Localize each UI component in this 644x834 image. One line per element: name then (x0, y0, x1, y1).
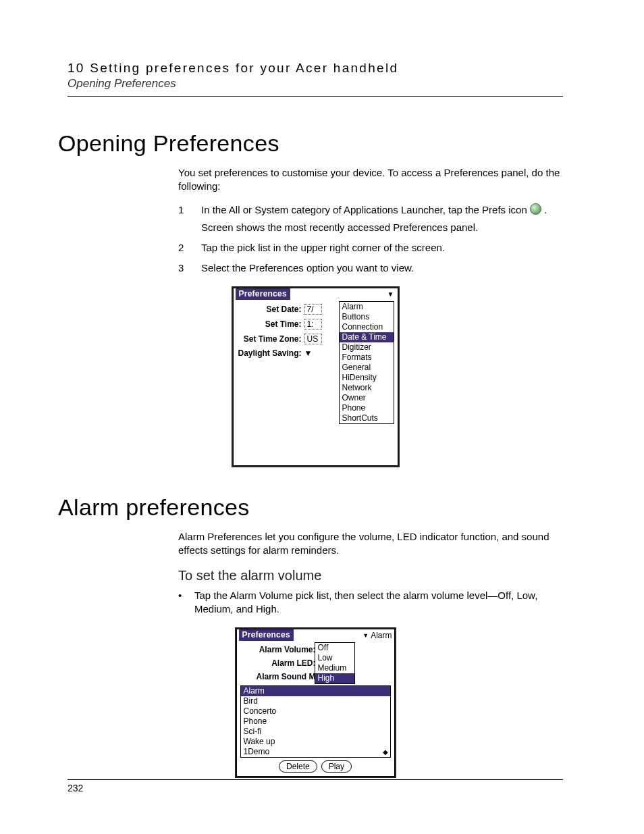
alarm-intro: Alarm Preferences let you configure the … (178, 530, 563, 558)
body-content: You set preferences to customise your de… (178, 166, 563, 276)
step-2-text: Tap the pick list in the upper right cor… (201, 241, 563, 255)
palm2-title: Preferences (239, 629, 294, 641)
step-1-sub: Screen shows the most recently accessed … (201, 221, 563, 234)
value-set-date[interactable]: 7/ (304, 304, 322, 315)
palm-screenshot-2: Preferences ▼ Alarm Alarm Volume: Alarm … (235, 627, 396, 778)
page-number: 232 (68, 783, 563, 793)
bullet-alarm-volume: • Tap the Alarm Volume pick list, then s… (178, 589, 563, 617)
prefs-icon (530, 203, 541, 215)
volume-option-selected[interactable]: High (315, 673, 354, 683)
picklist-item[interactable]: Buttons (340, 312, 394, 322)
palm-screenshot-1: Preferences ▼ Set Date: 7/ Set Time: 1: … (232, 286, 400, 467)
step-3-text: Select the Preferences option you want t… (201, 261, 563, 275)
bullet-icon: • (178, 589, 194, 617)
step-1: 1 In the All or System category of Appli… (178, 203, 563, 235)
sub-heading-alarm-volume: To set the alarm volume (178, 567, 563, 585)
sound-item[interactable]: Sci-fi (241, 727, 390, 737)
label-alarm-volume: Alarm Volume: (240, 645, 319, 654)
section-title: Opening Preferences (68, 77, 563, 90)
label-alarm-sound: Alarm Sound M (240, 672, 319, 681)
palm2-category-label: Alarm (371, 631, 392, 640)
label-set-date: Set Date: (237, 305, 304, 314)
header-rule (68, 96, 563, 97)
picklist-item[interactable]: Connection (340, 322, 394, 332)
label-alarm-led: Alarm LED: (240, 658, 319, 668)
chapter-title: 10 Setting preferences for your Acer han… (68, 61, 563, 76)
sound-item[interactable]: Bird (241, 696, 390, 706)
picklist-item[interactable]: Owner (340, 393, 394, 403)
volume-option[interactable]: Low (315, 653, 354, 663)
palm1-title: Preferences (236, 288, 290, 300)
alarm-heading: Alarm preferences (58, 494, 563, 521)
picklist-item[interactable]: Digitizer (340, 342, 394, 353)
step-1-text-a: In the All or System category of Applica… (201, 204, 530, 215)
alarm-volume-picklist[interactable]: Off Low Medium High (315, 642, 355, 684)
label-daylight-saving: Daylight Saving: (237, 348, 304, 358)
bullet-text: Tap the Alarm Volume pick list, then sel… (194, 589, 563, 617)
step-number: 1 (178, 203, 201, 217)
volume-option[interactable]: Off (315, 643, 354, 653)
page-footer: 232 (68, 779, 563, 793)
picklist-item[interactable]: General (340, 363, 394, 373)
picklist-item[interactable]: Network (340, 383, 394, 393)
intro-paragraph: You set preferences to customise your de… (178, 166, 563, 194)
picklist-item[interactable]: Phone (340, 403, 394, 413)
value-daylight-saving[interactable]: ▼ (304, 348, 313, 358)
scroll-down-icon[interactable]: ◆ (383, 749, 388, 756)
picklist-item[interactable]: Alarm (340, 302, 394, 312)
label-set-timezone: Set Time Zone: (237, 334, 304, 344)
running-header: 10 Setting preferences for your Acer han… (68, 61, 563, 90)
picklist-item[interactable]: HiDensity (340, 373, 394, 383)
dropdown-arrow-icon[interactable]: ▼ (387, 290, 396, 298)
value-set-time[interactable]: 1: (304, 319, 322, 330)
sound-item[interactable]: Phone (241, 716, 390, 727)
dropdown-arrow-icon: ▼ (363, 632, 369, 639)
page-heading: Opening Preferences (58, 130, 563, 157)
preferences-picklist[interactable]: Alarm Buttons Connection Date & Time Dig… (339, 301, 394, 424)
volume-option[interactable]: Medium (315, 663, 354, 673)
step-number: 3 (178, 261, 201, 275)
sound-item[interactable]: Wake up (241, 737, 390, 747)
picklist-item-selected[interactable]: Date & Time (340, 332, 394, 342)
step-number: 2 (178, 241, 201, 255)
sound-item[interactable]: 1Demo (241, 747, 390, 757)
sound-item[interactable]: Concerto (241, 706, 390, 716)
label-set-time: Set Time: (237, 319, 304, 329)
figure-alarm-preferences: Preferences ▼ Alarm Alarm Volume: Alarm … (68, 627, 563, 778)
steps-list: 1 In the All or System category of Appli… (178, 203, 563, 276)
sound-item-selected[interactable]: Alarm (241, 686, 390, 696)
delete-button[interactable]: Delete (279, 760, 317, 773)
figure-preferences-picklist: Preferences ▼ Set Date: 7/ Set Time: 1: … (68, 286, 563, 467)
step-3: 3 Select the Preferences option you want… (178, 261, 563, 275)
picklist-item[interactable]: ShortCuts (340, 413, 394, 423)
alarm-sound-list[interactable]: Alarm Bird Concerto Phone Sci-fi Wake up… (240, 685, 391, 758)
footer-rule (68, 779, 563, 780)
play-button[interactable]: Play (321, 760, 352, 773)
picklist-item[interactable]: Formats (340, 353, 394, 363)
value-set-timezone[interactable]: US (304, 334, 322, 344)
step-2: 2 Tap the pick list in the upper right c… (178, 241, 563, 255)
step-1-text-b: . (544, 204, 547, 215)
palm2-category-picklist[interactable]: ▼ Alarm (363, 631, 392, 640)
